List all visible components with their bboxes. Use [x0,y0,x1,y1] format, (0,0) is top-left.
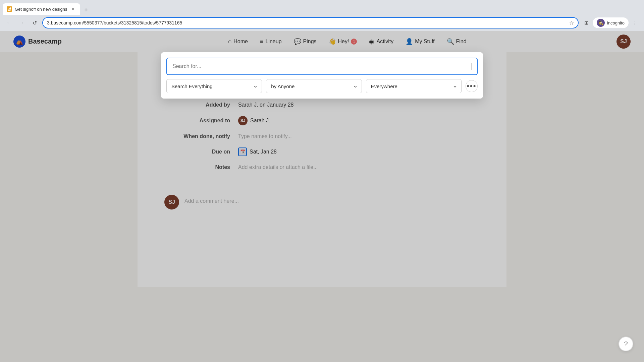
search-filters: Search Everything To-dos Messages Files … [166,79,478,93]
search-location-select-wrapper: Everywhere This project All projects [366,79,462,93]
three-dots-icon: ••• [467,82,476,90]
tab-favicon: 🏕 [7,6,12,12]
browser-chrome: 🏕 Get signoff on new designs × + ← → ↺ 3… [0,0,644,31]
bookmark-icon[interactable]: ☆ [569,20,574,26]
search-type-select-wrapper: Search Everything To-dos Messages Files … [166,79,262,93]
new-tab-button[interactable]: + [82,5,91,15]
browser-toolbar: ← → ↺ 3.basecamp.com/5550377/buckets/313… [0,15,644,31]
incognito-badge: 🕵 Incognito [593,17,629,28]
search-author-select[interactable]: by Anyone by Me by Sarah J. [266,79,362,93]
search-more-options-button[interactable]: ••• [466,80,478,92]
address-bar[interactable]: 3.basecamp.com/5550377/buckets/31325815/… [42,17,579,28]
browser-tabs: 🏕 Get signoff on new designs × + [0,0,644,15]
browser-actions: ⊞ 🕵 Incognito ⋮ [581,17,640,28]
more-options-button[interactable]: ⋮ [630,18,640,28]
search-location-select[interactable]: Everywhere This project All projects [366,79,462,93]
extensions-button[interactable]: ⊞ [581,18,591,28]
forward-button[interactable]: → [17,18,27,28]
page-content: ⛺ Basecamp ⌂ Home ≡ Lineup 💬 Pings 👋 Hey… [0,31,644,362]
refresh-button[interactable]: ↺ [30,18,40,28]
incognito-label: Incognito [607,20,625,25]
search-author-select-wrapper: by Anyone by Me by Sarah J. [266,79,362,93]
help-button[interactable]: ? [619,337,633,351]
search-dropdown: Search Everything To-dos Messages Files … [161,52,483,99]
url-text: 3.basecamp.com/5550377/buckets/31325815/… [47,20,567,25]
search-overlay[interactable]: Search Everything To-dos Messages Files … [0,31,644,362]
tab-close-button[interactable]: × [70,6,76,12]
browser-tab-active: 🏕 Get signoff on new designs × [3,3,80,15]
search-type-select[interactable]: Search Everything To-dos Messages Files … [166,79,262,93]
tab-title: Get signoff on new designs [15,7,67,12]
back-button[interactable]: ← [4,18,14,28]
search-input-wrapper [166,58,478,75]
search-input[interactable] [166,58,478,75]
incognito-icon: 🕵 [597,19,605,27]
search-cursor [472,63,472,70]
